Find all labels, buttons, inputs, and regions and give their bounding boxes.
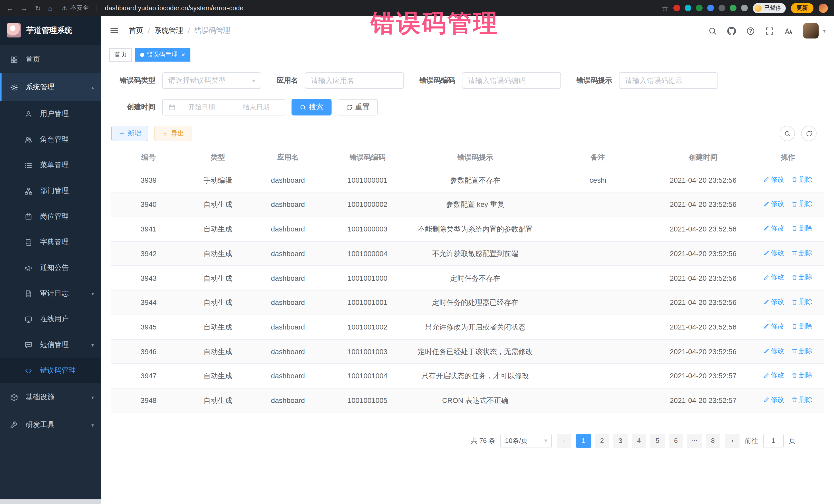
goto-page-input[interactable] [763,434,784,448]
delete-link[interactable]: 删除 [791,322,812,332]
sidebar-item[interactable]: 短信管理 ▾ [0,332,101,358]
app-logo-bar[interactable]: 芋道管理系统 [0,16,101,45]
sidebar-item[interactable]: 菜单管理 [0,152,101,178]
reload-icon[interactable]: ↻ [35,4,41,12]
edit-link[interactable]: 修改 [763,322,784,332]
edit-link[interactable]: 修改 [763,273,784,283]
edit-link[interactable]: 修改 [763,346,784,356]
sidebar-item[interactable]: 岗位管理 [0,204,101,229]
delete-link[interactable]: 删除 [791,395,812,405]
page-button[interactable]: 1 [576,434,591,448]
hamburger-icon[interactable] [109,26,119,36]
error-type-select[interactable]: 请选择错误码类型 ▾ [162,72,261,89]
breadcrumb-home[interactable]: 首页 [129,26,143,36]
cell-code: 1001001002 [326,315,409,339]
browser-home-icon[interactable]: ⌂ [48,4,52,12]
infra-box-icon [10,393,20,401]
sidebar-item[interactable]: 首页 [0,46,101,73]
github-icon[interactable] [727,26,736,35]
sidebar-item[interactable]: 部门管理 [0,178,101,204]
user-avatar[interactable] [804,23,819,39]
extension-icon[interactable] [685,5,691,11]
extension-icon[interactable] [719,5,725,11]
close-icon[interactable]: × [181,51,185,58]
sidebar-item[interactable]: 通知公告 [0,255,101,281]
edit-link[interactable]: 修改 [763,199,784,209]
sidebar-collapse-bar[interactable] [0,499,101,504]
toggle-search-button[interactable] [780,126,795,141]
delete-link[interactable]: 删除 [791,175,812,184]
delete-link[interactable]: 删除 [791,248,812,258]
cell-hint: 参数配置不存在 [409,168,542,192]
add-button[interactable]: 新增 [111,126,148,141]
menu-list-icon [25,161,34,169]
delete-link[interactable]: 删除 [791,371,812,380]
edit-link[interactable]: 修改 [763,248,784,258]
error-hint-input[interactable] [625,76,712,85]
delete-link[interactable]: 删除 [791,273,812,283]
page-button[interactable]: 2 [595,434,609,448]
page-button[interactable]: ⋯ [687,434,702,448]
app-name-input[interactable] [311,76,398,85]
extension-icon[interactable] [741,5,748,11]
tab[interactable]: 错误码管理 × [135,48,190,61]
edit-link[interactable]: 修改 [763,297,784,307]
extension-icon[interactable] [696,5,703,11]
sidebar-item[interactable]: 审计日志 ▾ [0,281,101,306]
delete-link[interactable]: 删除 [791,224,812,234]
extension-icon[interactable] [707,5,714,11]
page-button[interactable]: 5 [650,434,665,448]
search-button[interactable]: 搜索 [291,99,332,115]
edit-link[interactable]: 修改 [763,224,784,234]
sidebar-item[interactable]: 错误码管理 [0,358,101,384]
sidebar-item[interactable]: 系统管理 ▴ [0,73,101,101]
update-button[interactable]: 更新 [791,3,813,13]
sidebar-item[interactable]: 基础设施 ▾ [0,384,101,411]
reset-button[interactable]: 重置 [338,99,378,115]
back-icon[interactable]: ← [6,4,13,12]
breadcrumb-system[interactable]: 系统管理 [154,26,183,36]
address-bar[interactable]: dashboard.yudao.iocoder.cn/system/error-… [105,4,243,12]
annotation-overlay: 错误码管理 [371,7,499,40]
sidebar-item[interactable]: 用户管理 [0,101,101,127]
prev-page-button[interactable]: ‹ [557,434,571,448]
help-icon[interactable] [746,26,755,35]
export-button[interactable]: 导出 [154,126,192,141]
page-button[interactable]: 6 [669,434,683,448]
extension-icon[interactable] [673,5,680,11]
tab[interactable]: 首页 [109,48,132,61]
edit-link[interactable]: 修改 [763,395,784,405]
refresh-table-button[interactable] [801,126,816,141]
forward-icon[interactable]: → [21,4,28,12]
sidebar-item[interactable]: 角色管理 [0,127,101,152]
page-button[interactable]: 3 [613,434,628,448]
chevron-down-icon[interactable]: ▾ [823,27,826,34]
delete-link[interactable]: 删除 [791,346,812,356]
security-indicator[interactable]: ⚠ 不安全 [62,4,89,12]
delete-link[interactable]: 删除 [791,199,812,209]
page-button[interactable]: 8 [706,434,720,448]
edit-link[interactable]: 修改 [763,371,784,380]
cell-time: 2021-04-20 23:52:57 [654,364,752,388]
extension-icon[interactable] [730,5,737,11]
fullscreen-icon[interactable] [766,26,774,35]
page-button[interactable]: 4 [632,434,646,448]
sidebar-item[interactable]: 在线用户 [0,306,101,332]
page-size-select[interactable]: 10条/页 ▾ [500,434,552,448]
cell-code: 1001001004 [326,364,409,388]
paused-badge[interactable]: 已暂停 [753,3,786,13]
sidebar-item[interactable]: 字典管理 [0,229,101,255]
edit-link[interactable]: 修改 [763,175,784,184]
font-size-icon[interactable] [785,26,793,35]
error-code-input[interactable] [468,76,555,85]
cell-hint: 不能删除类型为系统内置的参数配置 [409,217,542,241]
next-page-button[interactable]: › [725,434,740,448]
search-icon[interactable] [708,26,717,35]
date-range-picker[interactable]: 开始日期 - 结束日期 [162,99,285,115]
bookmark-star-icon[interactable]: ☆ [662,4,668,12]
browser-profile-avatar[interactable] [819,3,828,13]
cell-id: 3946 [111,339,186,364]
column-header: 创建时间 [654,147,752,168]
sidebar-item[interactable]: 研发工具 ▾ [0,411,101,439]
delete-link[interactable]: 删除 [791,297,812,307]
